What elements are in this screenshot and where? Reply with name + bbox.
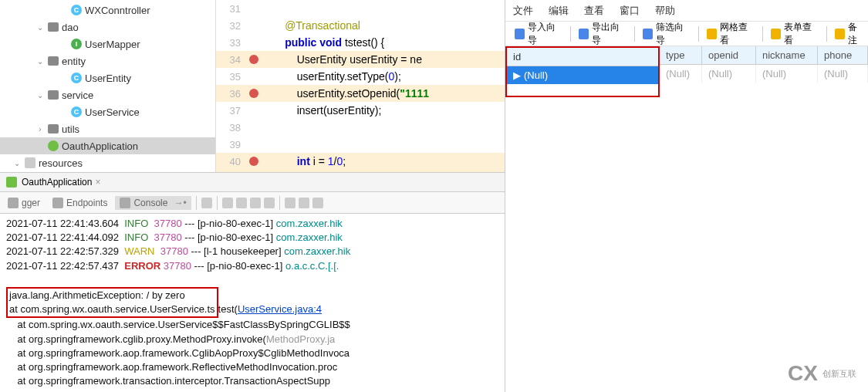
db-header-row: typeopenidnicknamephone	[660, 46, 868, 65]
column-header-id[interactable]: id	[507, 48, 658, 66]
db-tool-2[interactable]: 筛选向导	[640, 19, 694, 49]
cell-type[interactable]: (Null)	[660, 65, 702, 83]
tree-item-userservice[interactable]: C UserService	[0, 103, 215, 120]
expand-icon[interactable]: ⌄	[35, 90, 45, 100]
toolbar-button[interactable]	[299, 198, 309, 208]
cell-openid[interactable]: (Null)	[702, 65, 756, 83]
line-number: 40	[216, 156, 247, 167]
stacktrace-link[interactable]: UserService.java:4	[238, 303, 322, 315]
db-tool-1[interactable]: 导出向导	[576, 19, 630, 49]
code-line-35[interactable]: 35 userEntity.setType(0);	[216, 68, 505, 85]
log-line: 2021-07-11 22:41:43.604 INFO 37780 --- […	[6, 217, 498, 231]
expand-icon[interactable]	[59, 73, 68, 83]
line-number: 37	[216, 105, 247, 117]
expand-icon[interactable]: ›	[35, 124, 45, 133]
i-icon: I	[71, 39, 82, 49]
line-number: 35	[216, 71, 247, 83]
watermark-logo: CX 创新互联	[788, 358, 865, 389]
tool-icon	[643, 29, 653, 39]
line-number: 31	[216, 3, 247, 15]
toolbar-button[interactable]	[250, 198, 261, 208]
toolbar-button[interactable]	[285, 198, 296, 208]
db-tool-3[interactable]: 网格查看	[704, 19, 758, 49]
column-header-phone[interactable]: phone	[818, 46, 868, 64]
tree-label: dao	[62, 22, 79, 33]
breakpoint-gutter[interactable]	[247, 55, 261, 64]
code-editor[interactable]: 31 32 @Transactional33 public void tstes…	[216, 0, 505, 172]
stacktrace-link[interactable]: MethodProxy.ja	[266, 333, 335, 345]
console-tab-endpoints[interactable]: Endpoints	[48, 196, 112, 210]
expand-icon[interactable]: ⌄	[12, 158, 22, 167]
db-data-row: (Null)(Null)(Null)(Null)	[660, 65, 868, 83]
menu-编辑[interactable]: 编辑	[549, 4, 569, 18]
tree-item-oauthapplication[interactable]: OauthApplication	[0, 137, 215, 154]
code-line-36[interactable]: 36 userEntity.setOpenid("1111	[216, 85, 505, 102]
tree-item-usermapper[interactable]: I UserMapper	[0, 35, 215, 52]
menu-帮助[interactable]: 帮助	[655, 4, 675, 18]
ide-pane: C WXConntroller ⌄ dao I UserMapper ⌄ ent…	[0, 0, 505, 392]
toolbar-button[interactable]	[236, 198, 247, 208]
console-output[interactable]: 2021-07-11 22:41:43.604 INFO 37780 --- […	[0, 214, 505, 392]
menu-查看[interactable]: 查看	[584, 4, 604, 18]
code-line-39[interactable]: 39	[216, 136, 505, 153]
code-line-33[interactable]: 33 public void tstest() {	[216, 34, 505, 51]
breakpoint-icon[interactable]	[249, 89, 258, 98]
toolbar-button[interactable]	[312, 198, 323, 208]
close-icon[interactable]: ×	[95, 177, 100, 188]
db-tool-5[interactable]: 备注	[832, 19, 868, 49]
code-text: userEntity.setType(0);	[261, 70, 505, 83]
code-line-40[interactable]: 40 int i = 1/0;	[216, 153, 505, 170]
column-header-type[interactable]: type	[660, 46, 702, 64]
breakpoint-icon[interactable]	[249, 157, 258, 166]
tree-item-resources[interactable]: ⌄ resources	[0, 154, 215, 171]
code-line-32[interactable]: 32 @Transactional	[216, 17, 505, 34]
tree-item-dao[interactable]: ⌄ dao	[0, 19, 215, 35]
code-line-37[interactable]: 37 insert(userEntity);	[216, 102, 505, 119]
project-tree[interactable]: C WXConntroller ⌄ dao I UserMapper ⌄ ent…	[0, 0, 216, 172]
breakpoint-gutter[interactable]	[247, 89, 261, 98]
line-number: 32	[216, 20, 247, 32]
toolbar-button[interactable]	[201, 198, 212, 208]
folder-icon	[48, 90, 59, 100]
tree-item-userentity[interactable]: C UserEntity	[0, 69, 215, 86]
tree-item-utils[interactable]: › utils	[0, 120, 215, 137]
expand-icon[interactable]: ⌄	[35, 22, 45, 32]
breakpoint-gutter[interactable]	[247, 157, 261, 166]
expand-icon[interactable]	[59, 39, 68, 49]
expand-icon[interactable]	[59, 107, 68, 117]
line-number: 34	[216, 54, 247, 66]
cell-phone[interactable]: (Null)	[818, 65, 868, 83]
cell-id-null[interactable]: ▶ (Null)	[507, 66, 658, 84]
line-number: 38	[216, 122, 247, 133]
expand-icon[interactable]	[35, 141, 45, 150]
c-icon: C	[71, 73, 82, 83]
code-line-34[interactable]: 34 UserEntity userEntity = ne	[216, 51, 505, 68]
tree-label: utils	[62, 123, 79, 135]
app-icon	[48, 140, 59, 151]
tree-label: UserService	[85, 106, 140, 118]
folder-icon	[48, 124, 59, 133]
menu-窗口[interactable]: 窗口	[620, 4, 640, 18]
expand-icon[interactable]: ⌄	[35, 56, 45, 66]
console-tab-gger[interactable]: gger	[3, 196, 45, 210]
code-line-31[interactable]: 31	[216, 0, 505, 17]
expand-icon[interactable]	[59, 5, 68, 15]
toolbar-button[interactable]	[222, 198, 233, 208]
tree-item-wxconntroller[interactable]: C WXConntroller	[0, 2, 215, 19]
breakpoint-icon[interactable]	[249, 55, 258, 64]
cell-nickname[interactable]: (Null)	[756, 65, 818, 83]
column-header-nickname[interactable]: nickname	[756, 46, 818, 64]
tree-item-service[interactable]: ⌄ service	[0, 86, 215, 103]
c-icon: C	[71, 106, 82, 117]
db-tool-4[interactable]: 表单查看	[768, 19, 822, 49]
column-header-openid[interactable]: openid	[702, 46, 756, 64]
toolbar-button[interactable]	[264, 198, 275, 208]
run-tab-title[interactable]: OauthApplication	[22, 177, 92, 188]
menu-文件[interactable]: 文件	[513, 4, 533, 18]
line-number: 33	[216, 37, 247, 49]
db-tool-0[interactable]: 导入向导	[512, 19, 566, 49]
tool-icon	[707, 29, 717, 39]
code-line-38[interactable]: 38	[216, 119, 505, 136]
tree-item-entity[interactable]: ⌄ entity	[0, 52, 215, 69]
console-tab-console[interactable]: Console→•	[115, 196, 191, 210]
